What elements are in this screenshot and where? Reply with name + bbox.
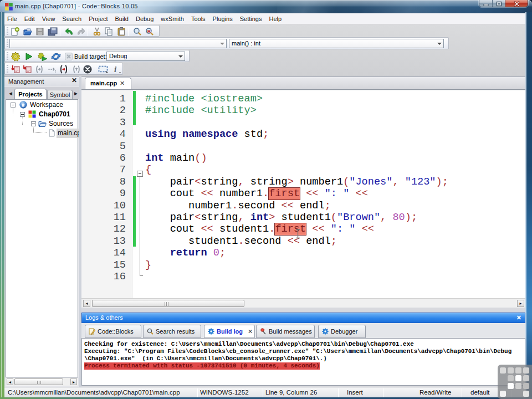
svg-text:i: i — [114, 65, 117, 74]
svg-text:R: R — [147, 29, 151, 34]
